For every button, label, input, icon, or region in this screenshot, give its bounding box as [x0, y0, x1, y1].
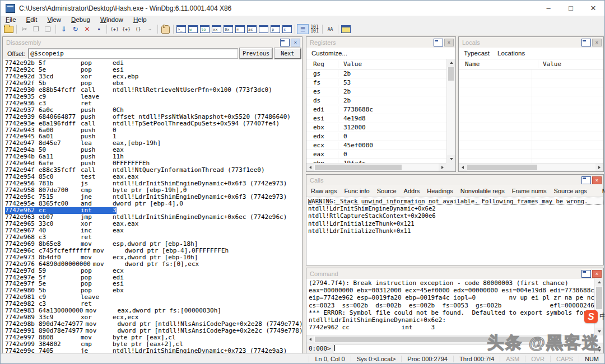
step-out-button[interactable]: (} [132, 24, 144, 34]
calls-frame-nums-button[interactable]: Frame nums [512, 188, 547, 194]
offset-input[interactable] [29, 49, 238, 58]
registers-vertical-scrollbar[interactable] [446, 59, 455, 163]
scroll-left-icon[interactable] [306, 164, 314, 171]
scroll-down-icon[interactable] [447, 155, 455, 163]
open-source-file-button[interactable] [3, 24, 15, 34]
menu-window[interactable]: Window [95, 16, 128, 23]
disassembly-line[interactable]: 7742e97e5fpopedi [5, 274, 302, 281]
step-over-button[interactable]: {+} [120, 24, 132, 34]
locals-horizontal-scrollbar[interactable] [459, 163, 603, 171]
scroll-right-icon[interactable] [595, 164, 603, 171]
scrollbar-thumb[interactable] [467, 165, 537, 170]
disassembly-line[interactable]: 7742e97664890d00000000movdword ptr fs:[0… [5, 261, 302, 268]
register-row[interactable]: ebx312000 [306, 123, 446, 132]
register-row[interactable]: ebp19fa4c [306, 159, 446, 163]
disassembly-line[interactable]: 7742e930e88b54fcffcallntdll!RtlRetrieveN… [5, 87, 302, 94]
menu-view[interactable]: View [42, 16, 66, 23]
call-frame-line[interactable]: ntdll!RtlCaptureStackContext+0x200e6 [308, 212, 603, 220]
call-frame-line[interactable]: ntdll!LdrInitializeThunk+0x121 [308, 220, 603, 227]
scrollbar-thumb[interactable] [315, 337, 539, 342]
register-row[interactable]: edi7738688c [306, 105, 446, 114]
source-mode-off-button[interactable]: 101 101 [309, 24, 320, 34]
registers-dock-icon[interactable] [434, 39, 443, 46]
scroll-left-icon[interactable] [306, 335, 314, 343]
calls-raw-args-button[interactable]: Raw args [311, 188, 337, 194]
register-row[interactable]: gs2b [306, 69, 446, 78]
disassembly-line[interactable]: 7742e9478d45e7leaeax,[ebp-19h] [5, 140, 302, 147]
locals-close-icon[interactable]: × [592, 39, 602, 46]
registers-horizontal-scrollbar[interactable] [306, 163, 446, 171]
disassembly-line[interactable]: 7742e981c9leave [5, 294, 302, 301]
register-row[interactable]: fs53 [306, 78, 446, 87]
command-history-spinner[interactable] [596, 346, 602, 352]
disassembly-window-button[interactable]: as [246, 24, 258, 34]
processes-window-button[interactable]: p [269, 24, 281, 34]
calls-headings-button[interactable]: Headings [427, 188, 453, 194]
menu-file[interactable]: File [1, 16, 21, 23]
breakpoint-hand-button[interactable] [160, 24, 171, 34]
locals-dock-icon[interactable] [581, 39, 591, 46]
register-row[interactable]: edx0 [306, 132, 446, 141]
menu-help[interactable]: Help [128, 16, 152, 23]
previous-button[interactable]: Previous [240, 48, 272, 59]
watch-window-button[interactable]: w [187, 24, 199, 34]
register-row[interactable]: esi4e19d8 [306, 114, 446, 123]
command-input[interactable] [333, 344, 595, 353]
stop-debugging-button[interactable]: ✕ [81, 24, 93, 34]
calls-window-button[interactable]: ≡ [234, 24, 246, 34]
break-button[interactable]: ▪ [93, 24, 105, 34]
disassembly-dock-icon[interactable] [280, 39, 290, 46]
menu-edit[interactable]: Edit [21, 16, 43, 23]
scroll-right-icon[interactable] [439, 164, 446, 171]
minimize-button[interactable]: – [537, 1, 560, 16]
calls-more-button[interactable]: More [602, 188, 605, 194]
disassembly-line[interactable]: 7742e92b5fpopedi [5, 60, 302, 67]
scrollbar-thumb[interactable] [448, 67, 454, 81]
step-into-button[interactable]: (+) [109, 24, 120, 34]
command-horizontal-scrollbar[interactable] [306, 335, 594, 343]
disassembly-line[interactable]: 7742e93ee8a196fdffcallntdll!TpSetPoolThr… [5, 120, 302, 127]
call-frame-line[interactable]: WARNING: Stack unwind information not av… [308, 198, 603, 205]
calls-close-icon[interactable]: × [592, 176, 602, 184]
disassembly-line[interactable]: 7742e936c3ret [5, 100, 302, 107]
scroll-down-icon[interactable] [595, 328, 603, 335]
sogou-ime-icon[interactable]: S [584, 310, 598, 323]
command-vertical-scrollbar[interactable] [594, 278, 603, 335]
go-button[interactable]: ⇓ [58, 24, 69, 34]
options-button[interactable] [340, 24, 352, 34]
menu-debug[interactable]: Debug [66, 16, 95, 23]
calls-addrs-button[interactable]: Addrs [404, 188, 420, 194]
disassembly-close-icon[interactable]: × [291, 39, 300, 46]
font-button[interactable]: AA [324, 24, 336, 34]
scroll-right-icon[interactable] [587, 335, 594, 343]
calls-func-info-button[interactable]: Func info [344, 188, 369, 194]
disassembly-line[interactable]: 7742e935c9leave [5, 94, 302, 100]
disassembly-line[interactable]: 7742e96740inceax [5, 227, 302, 234]
register-row[interactable]: ecx45ef0000 [306, 141, 446, 150]
register-row[interactable]: ds2b [306, 96, 446, 105]
disassembly-line[interactable]: 7742e9805bpopebx [5, 287, 302, 294]
calls-dock-icon[interactable] [581, 176, 591, 184]
locals-window-button[interactable]: lo [199, 24, 211, 34]
maximize-button[interactable]: □ [560, 1, 582, 16]
source-file-window-button[interactable]: s [281, 24, 293, 34]
calls-nonvolatile-regs-button[interactable]: Nonvolatile regs [460, 188, 505, 194]
disassembly-line[interactable]: 7742e97d59popecx [5, 268, 302, 274]
command-close-icon[interactable]: × [592, 270, 602, 278]
ime-indicator[interactable]: S 中 [584, 310, 605, 323]
registers-window-button[interactable]: xx [211, 24, 222, 34]
close-button[interactable]: ✕ [582, 1, 604, 16]
scratch-pad-window-button[interactable] [258, 24, 269, 34]
memory-window-button[interactable]: 0x [222, 24, 234, 34]
scroll-up-icon[interactable] [447, 59, 455, 67]
command-dock-icon[interactable] [581, 270, 591, 278]
scrollbar-thumb[interactable] [596, 287, 602, 309]
customize-button[interactable]: Customize... [311, 50, 347, 57]
locations-button[interactable]: Locations [497, 50, 525, 57]
calls-source-args-button[interactable]: Source args [553, 188, 587, 194]
next-button[interactable]: Next [274, 48, 301, 59]
call-frame-line[interactable]: ntdll!LdrInitShimEngineDynamic+0x6e2 [308, 205, 603, 212]
register-row[interactable]: eax0 [306, 150, 446, 159]
disassembly-line[interactable]: 7742e96533c0xoreax,eax [5, 221, 302, 227]
restart-button[interactable]: ↻ [69, 24, 81, 34]
